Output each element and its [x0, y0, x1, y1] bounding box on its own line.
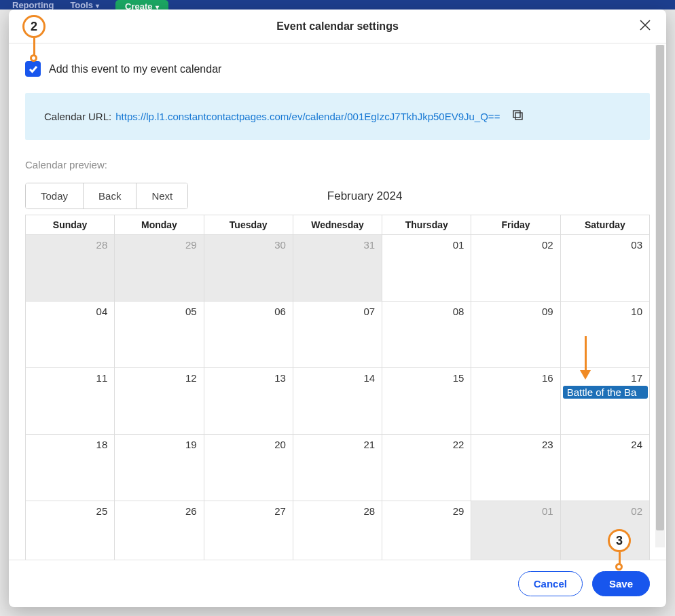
calendar-cell[interactable]: 06 — [204, 302, 293, 368]
scrollbar-thumb[interactable] — [656, 45, 664, 530]
calendar-nav: Today Back Next February 2024 — [25, 183, 650, 209]
calendar-day-number: 03 — [631, 239, 642, 251]
add-to-calendar-row: Add this event to my event calendar — [25, 61, 650, 77]
calendar-day-header: Sunday — [26, 215, 115, 235]
calendar-day-number: 09 — [542, 306, 553, 317]
add-to-calendar-label: Add this event to my event calendar — [49, 63, 221, 75]
calendar-day-number: 12 — [185, 372, 197, 384]
calendar-day-header: Tuesday — [204, 215, 293, 235]
next-button[interactable]: Next — [136, 183, 187, 209]
calendar-day-number: 01 — [542, 505, 553, 517]
add-to-calendar-checkbox[interactable] — [25, 61, 41, 77]
calendar-cell[interactable]: 25 — [26, 501, 115, 560]
calendar-cell[interactable]: 12 — [115, 368, 204, 435]
calendar-cell[interactable]: 28 — [26, 235, 115, 302]
copy-url-button[interactable] — [512, 109, 524, 124]
back-button[interactable]: Back — [83, 183, 136, 209]
nav-reporting[interactable]: Reporting — [12, 0, 54, 10]
calendar-day-number: 31 — [363, 239, 375, 251]
calendar-cell[interactable]: 02 — [560, 501, 649, 560]
calendar-preview-label: Calendar preview: — [25, 159, 650, 170]
modal-footer: Cancel Save — [9, 560, 666, 607]
calendar-day-header: Thursday — [382, 215, 471, 235]
calendar-day-number: 19 — [185, 439, 197, 450]
calendar-day-number: 06 — [274, 306, 286, 317]
check-icon — [29, 65, 38, 73]
calendar-cell[interactable]: 21 — [293, 435, 382, 501]
calendar-cell[interactable]: 17Battle of the Ba — [560, 368, 649, 435]
calendar-cell[interactable]: 14 — [293, 368, 382, 435]
calendar-cell[interactable]: 29 — [382, 501, 471, 560]
calendar-day-header: Monday — [115, 215, 204, 235]
calendar-cell[interactable]: 19 — [115, 435, 204, 501]
modal-body: Add this event to my event calendar Cale… — [9, 43, 666, 560]
calendar-day-number: 18 — [96, 439, 108, 450]
calendar-cell[interactable]: 16 — [471, 368, 560, 435]
calendar-nav-group: Today Back Next — [25, 183, 188, 209]
calendar-day-number: 28 — [363, 505, 375, 517]
calendar-cell[interactable]: 05 — [115, 302, 204, 368]
calendar-cell[interactable]: 24 — [560, 435, 649, 501]
calendar-cell[interactable]: 20 — [204, 435, 293, 501]
modal-title: Event calendar settings — [276, 20, 399, 33]
calendar-day-number: 25 — [96, 505, 108, 517]
calendar-day-header: Wednesday — [293, 215, 382, 235]
calendar-day-number: 15 — [453, 372, 464, 384]
calendar-day-number: 22 — [453, 439, 464, 450]
calendar-url-link[interactable]: https://lp.l1.constantcontactpages.com/e… — [115, 111, 500, 122]
today-button[interactable]: Today — [26, 183, 83, 209]
calendar-cell[interactable]: 27 — [204, 501, 293, 560]
calendar-day-number: 27 — [274, 505, 286, 517]
app-topbar: Reporting Tools▾ Create▾ — [0, 0, 675, 10]
calendar-cell[interactable]: 31 — [293, 235, 382, 302]
calendar-day-number: 02 — [631, 505, 642, 517]
calendar-cell[interactable]: 01 — [471, 501, 560, 560]
calendar-cell[interactable]: 04 — [26, 302, 115, 368]
calendar-cell[interactable]: 11 — [26, 368, 115, 435]
close-button[interactable] — [639, 19, 654, 34]
calendar-cell[interactable]: 22 — [382, 435, 471, 501]
calendar-day-number: 17 — [631, 372, 642, 384]
copy-icon — [512, 109, 524, 121]
calendar-cell[interactable]: 23 — [471, 435, 560, 501]
modal-scrollbar[interactable] — [655, 45, 665, 547]
calendar-cell[interactable]: 10 — [560, 302, 649, 368]
calendar-month-title: February 2024 — [188, 189, 541, 203]
svg-rect-3 — [513, 111, 520, 117]
close-icon — [639, 19, 651, 31]
calendar-cell[interactable]: 15 — [382, 368, 471, 435]
calendar-day-number: 24 — [631, 439, 642, 450]
calendar-day-number: 14 — [363, 372, 375, 384]
calendar-cell[interactable]: 28 — [293, 501, 382, 560]
calendar-event[interactable]: Battle of the Ba — [563, 386, 648, 399]
callout-2: 2 — [22, 15, 45, 38]
calendar-cell[interactable]: 29 — [115, 235, 204, 302]
calendar-cell[interactable]: 01 — [382, 235, 471, 302]
calendar-day-number: 29 — [453, 505, 464, 517]
calendar-day-number: 29 — [185, 239, 197, 251]
event-calendar-settings-modal: Event calendar settings Add this event t… — [9, 10, 666, 607]
calendar-day-number: 23 — [542, 439, 553, 450]
calendar-cell[interactable]: 18 — [26, 435, 115, 501]
cancel-button[interactable]: Cancel — [518, 571, 583, 596]
calendar-cell[interactable]: 02 — [471, 235, 560, 302]
calendar-day-number: 05 — [185, 306, 197, 317]
calendar-day-number: 13 — [274, 372, 286, 384]
callout-2-stem — [33, 38, 35, 56]
calendar-day-number: 07 — [363, 306, 375, 317]
calendar-cell[interactable]: 26 — [115, 501, 204, 560]
calendar-day-number: 16 — [542, 372, 553, 384]
nav-tools[interactable]: Tools▾ — [70, 0, 99, 10]
calendar-cell[interactable]: 30 — [204, 235, 293, 302]
calendar-cell[interactable]: 13 — [204, 368, 293, 435]
calendar-cell[interactable]: 08 — [382, 302, 471, 368]
calendar-day-number: 02 — [542, 239, 553, 251]
calendar-grid: SundayMondayTuesdayWednesdayThursdayFrid… — [25, 215, 650, 560]
calendar-cell[interactable]: 03 — [560, 235, 649, 302]
callout-3-dot — [615, 563, 623, 570]
calendar-cell[interactable]: 09 — [471, 302, 560, 368]
calendar-day-number: 26 — [185, 505, 197, 517]
calendar-cell[interactable]: 07 — [293, 302, 382, 368]
save-button[interactable]: Save — [592, 571, 650, 596]
calendar-day-number: 08 — [453, 306, 464, 317]
